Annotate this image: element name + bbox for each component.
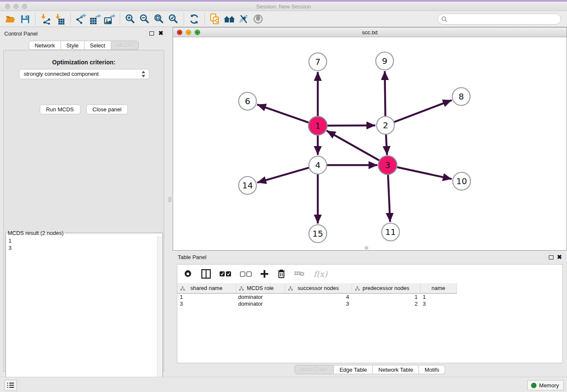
zoom-fit-icon[interactable] [152,13,166,25]
show-column-panel-icon[interactable] [201,269,211,279]
graph-edge-4-14[interactable] [257,168,309,183]
cell-predecessor-nodes[interactable]: 2 [352,300,420,307]
graph-edge-2-8[interactable] [394,100,452,122]
memory-label: Memory [539,382,559,389]
cell-shared-name[interactable]: 3 [177,300,236,307]
open-session-icon[interactable] [3,13,18,25]
close-table-panel-icon[interactable]: ✖ [557,255,562,259]
tab-network[interactable]: Network [29,41,61,50]
zoom-in-icon[interactable] [123,13,138,25]
graph-node-3[interactable]: 3 [378,156,397,174]
column-header-mcds-role[interactable]: MCDS role [236,283,285,293]
graph-edge-3-10[interactable] [396,167,452,179]
canvas-scroll-handle[interactable] [365,246,368,249]
mcds-panel: Optimization criterion: strongly connect… [3,50,164,372]
tab-node-table[interactable]: Node Table [295,365,334,374]
delete-table-icon[interactable] [294,271,305,277]
graph-edge-3-1[interactable] [327,131,380,161]
column-header-successor-nodes[interactable]: successor nodes [285,283,352,293]
toolbar-separator [70,13,71,25]
column-header-predecessor-nodes[interactable]: predecessor nodes [352,283,420,293]
cell-predecessor-nodes[interactable]: 1 [352,293,420,300]
graph-node-11[interactable]: 11 [382,223,399,241]
column-type-icon [288,286,293,292]
cell-successor-nodes[interactable]: 4 [285,293,352,300]
export-table-icon[interactable] [88,13,102,25]
tab-motifs[interactable]: Motifs [419,365,445,374]
cell-successor-nodes[interactable]: 3 [285,300,352,307]
svg-text:15: 15 [312,229,323,239]
import-network-icon[interactable] [39,13,53,25]
graph-node-4[interactable]: 4 [309,156,327,174]
select-all-columns-icon[interactable] [220,271,231,277]
graph-node-7[interactable]: 7 [309,53,327,71]
memory-button[interactable]: Memory [527,380,564,390]
svg-text:2: 2 [383,120,388,130]
column-header-name[interactable]: name [420,283,457,293]
tab-edge-table[interactable]: Edge Table [334,365,373,374]
tab-mcds[interactable]: MCDS [111,41,139,50]
graph-edge-1-6[interactable] [257,105,310,123]
column-type-icon [239,286,244,292]
cell-shared-name[interactable]: 1 [177,293,236,300]
cell-mcds-role[interactable]: dominator [236,300,285,307]
graph-node-14[interactable]: 14 [239,177,256,194]
zoom-selected-icon[interactable] [166,13,181,25]
result-scrollbar[interactable] [157,236,162,391]
list-icon [7,382,14,388]
table-row[interactable]: 3 dominator 3 2 3 [177,300,457,307]
select-arrows-icon [142,71,146,78]
table-panel-title: Table Panel [178,254,206,260]
import-table-icon[interactable] [53,13,67,25]
add-column-icon[interactable] [260,270,269,278]
toggle-graphics-details-icon[interactable] [237,13,251,25]
graph-node-10[interactable]: 10 [453,172,471,190]
criterion-select[interactable]: strongly connected component [19,69,149,79]
svg-text:4: 4 [315,160,321,170]
table-row[interactable]: 1 dominator 4 1 1 [177,293,457,300]
graph-node-6[interactable]: 6 [239,92,256,110]
export-network-icon[interactable] [74,13,88,25]
zoom-out-icon[interactable] [138,13,152,25]
graph-edge-1-2[interactable] [327,125,375,126]
function-builder-icon[interactable]: f(x) [314,269,328,279]
tab-select[interactable]: Select [85,41,111,50]
search-icon [441,16,447,22]
table-options-icon[interactable] [183,269,193,279]
close-panel-icon[interactable]: ✖ [158,31,163,35]
task-history-button[interactable] [4,380,17,391]
graph-edge-3-11[interactable] [388,174,390,222]
column-header-shared-name[interactable]: shared name [177,283,236,293]
save-session-icon[interactable] [18,13,32,25]
search-input[interactable] [438,14,561,25]
close-panel-button[interactable]: Close panel [86,105,128,114]
network-canvas[interactable]: 7968124314101511 [173,37,567,250]
tab-style[interactable]: Style [61,41,85,50]
panel-splitter-handle[interactable] [168,197,171,202]
float-table-panel-icon[interactable] [549,255,553,259]
tab-network-table[interactable]: Network Table [373,365,419,374]
network-window-title: scc.txt [173,29,567,36]
unselect-all-columns-icon[interactable] [240,271,252,277]
apply-layout-icon[interactable] [187,13,201,25]
cell-mcds-role[interactable]: dominator [236,293,285,300]
duplicate-network-icon[interactable] [208,13,222,25]
cell-name[interactable]: 3 [420,300,457,307]
cell-name[interactable]: 1 [420,293,457,300]
graph-node-8[interactable]: 8 [452,88,470,105]
delete-columns-icon[interactable] [277,269,286,279]
run-mcds-button[interactable]: Run MCDS [40,105,80,114]
graph-node-1[interactable]: 1 [308,116,327,135]
graph-node-2[interactable]: 2 [377,116,394,134]
graph-node-15[interactable]: 15 [309,225,327,243]
graph-edge-2-9[interactable] [385,71,385,116]
mcds-result-area[interactable]: 1 3 [6,236,162,391]
birds-eye-view-icon[interactable] [251,13,265,25]
show-all-networks-icon[interactable] [222,13,237,25]
graph-edge-2-3[interactable] [386,134,387,155]
export-image-icon[interactable] [102,13,117,25]
mcds-result-box: MCDS result (2 nodes) 1 3 [6,230,163,392]
graph-node-9[interactable]: 9 [376,52,394,70]
criterion-value: strongly connected component [24,71,99,77]
float-panel-icon[interactable] [149,31,154,36]
